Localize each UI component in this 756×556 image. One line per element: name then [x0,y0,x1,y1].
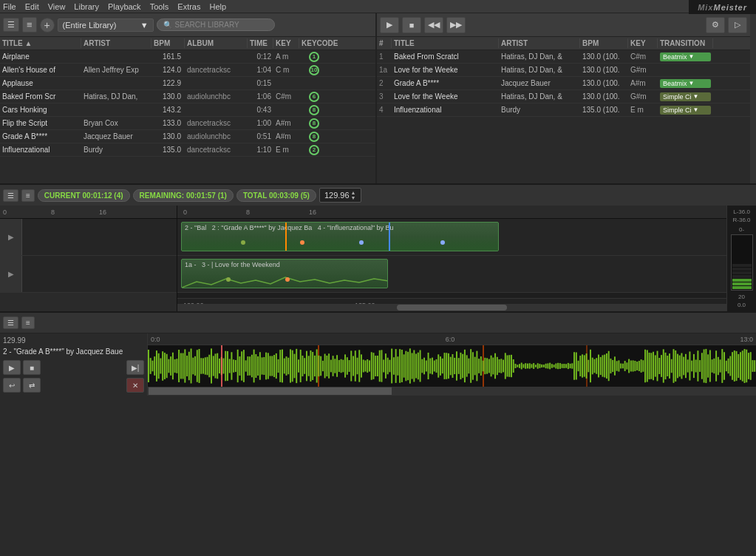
svg-rect-155 [462,354,463,378]
pl-col-header-num[interactable]: # [377,38,392,48]
pl-col-header-artist[interactable]: ARTIST [499,38,580,48]
vu-bar [731,234,753,291]
pl-col-header-key[interactable]: KEY [628,38,658,48]
top-section: + (Entire Library) ▼ 🔍 SEARCH LIBRARY TI… [0,13,756,183]
search-box[interactable]: 🔍 SEARCH LIBRARY [157,18,275,31]
timeline-track-1[interactable]: 2 - "Bal 2 : "Grade A B****" by Jacquez … [177,219,726,256]
pl-cell-transition [658,70,713,71]
library-dropdown[interactable]: (Entire Library) ▼ [58,18,154,32]
library-row[interactable]: Grade A B**** Jacquez Bauer 130.0 audiol… [0,130,375,143]
svg-rect-171 [494,353,496,379]
svg-rect-275 [705,349,706,383]
prev-button[interactable]: ◀◀ [424,17,443,33]
settings-btn[interactable]: ⚙ [706,17,725,33]
pl-col-header-transition[interactable]: TRANSITION [658,38,713,48]
library-row[interactable]: Allen's House of Allen Jeffrey Exp 124.0… [0,64,375,77]
lib-cell-album [185,83,248,84]
bpm-arrows[interactable]: ▲▼ [351,190,356,200]
menu-playback[interactable]: Playback [108,2,141,11]
col-header-title[interactable]: TITLE ▲ [0,38,81,48]
svg-rect-55 [259,352,261,380]
svg-rect-282 [720,359,721,372]
track-1-handle[interactable]: ▶ [0,219,22,255]
vu-label-r: R-36.0 [732,217,750,223]
svg-rect-74 [298,359,299,372]
svg-rect-14 [176,359,177,373]
svg-rect-42 [233,359,234,372]
wf-remove-btn[interactable]: ✕ [126,378,144,393]
col-header-keycode[interactable]: KEYCODE [299,38,329,48]
pl-col-header-title[interactable]: TITLE [392,38,499,48]
menu-tools[interactable]: Tools [150,2,169,11]
waveform-canvas[interactable] [148,345,756,387]
track-block-1[interactable]: 2 - "Bal 2 : "Grade A B****" by Jacquez … [181,222,499,251]
next-button[interactable]: ▶▶ [446,17,466,33]
track-block-1-label: 2 - "Bal 2 : "Grade A B****" by Jacquez … [182,223,498,233]
menu-extras[interactable]: Extras [177,2,200,11]
library-row[interactable]: Baked From Scr Hatiras, DJ Dan, 130.0 au… [0,90,375,104]
library-list-btn[interactable] [3,18,19,32]
svg-rect-27 [202,358,204,373]
svg-rect-147 [446,353,447,379]
svg-rect-200 [554,365,555,367]
playlist-row[interactable]: 3 Love for the Weeke Hatiras, DJ Dan, & … [377,90,750,104]
menu-file[interactable]: File [3,2,16,11]
wf-stop-btn[interactable]: ■ [23,360,41,375]
wf-list2-btn[interactable]: ≡ [21,316,35,329]
timeline-horizontal-scrollbar[interactable] [177,304,726,311]
playlist-row[interactable]: 4 Influenzational Burdy 135.0 (100. E m … [377,104,750,117]
bpm-display[interactable]: 129.96 ▲▼ [319,188,361,203]
timeline-track-2[interactable]: 1a - 3 - | Love for the Weekend [177,256,726,293]
col-header-time[interactable]: TIME [248,38,273,48]
wf-sync-btn[interactable]: ⇄ [23,378,41,393]
wf-play-btn[interactable]: ▶ [3,360,21,375]
library-list2-btn[interactable] [22,17,37,33]
play-button[interactable]: ▶ [380,17,399,33]
lib-cell-album [185,56,248,58]
col-header-bpm[interactable]: BPM [151,38,185,48]
menu-library[interactable]: Library [74,2,99,11]
library-row[interactable]: Influenzational Burdy 135.0 dancetracksc… [0,143,375,157]
wf-loop-btn[interactable]: ↩ [3,378,21,393]
timeline-scroll-thumb[interactable] [397,305,507,311]
expand-icon: ▶ [8,233,14,241]
track-block-2[interactable]: 1a - 3 - | Love for the Weekend [181,259,388,288]
output-btn[interactable]: ▷ [728,17,747,33]
svg-rect-75 [300,350,302,382]
lib-cell-artist: Bryan Cox [81,118,151,128]
waveform-scrollbar[interactable] [148,387,756,396]
playlist-row[interactable]: 2 Grade A B**** Jacquez Bauer 130.0 (100… [377,77,750,90]
wf-forward-btn[interactable]: ▶| [126,360,144,375]
wf-list-btn[interactable]: ☰ [3,316,18,329]
library-row[interactable]: Flip the Script Bryan Cox 133.0 dancetra… [0,117,375,130]
svg-rect-252 [658,358,660,374]
svg-rect-188 [529,363,531,368]
playlist-row[interactable]: 1a Love for the Weeke Hatiras, DJ Dan, &… [377,64,750,77]
library-add-btn[interactable]: + [40,18,55,33]
pl-col-header-bpm[interactable]: BPM [580,38,628,48]
svg-rect-60 [270,356,271,376]
col-header-key[interactable]: KEY [273,38,299,48]
wf-scroll-thumb[interactable] [149,387,392,395]
total-label: TOTAL 00:03:09 (5) [236,189,316,202]
timeline-list2-btn[interactable]: ≡ [21,189,35,202]
stop-button[interactable]: ■ [402,17,421,33]
col-header-album[interactable]: ALBUM [185,38,248,48]
library-row[interactable]: Airplane 161.5 0:12 A m 1 [0,50,375,64]
playlist-scrollbar[interactable] [750,13,756,183]
library-row[interactable]: Applause 122.9 0:15 [0,77,375,90]
playlist-row[interactable]: 1 Baked From Scratcl Hatiras, DJ Dan, & … [377,50,750,64]
menu-help[interactable]: Help [210,2,227,11]
lib-cell-keycode: 8 [299,131,329,143]
svg-rect-152 [456,351,457,380]
menu-view[interactable]: View [48,2,66,11]
waveform-ruler: 0:0 6:0 13:0 [148,333,756,345]
svg-rect-119 [389,360,390,373]
svg-rect-231 [616,361,618,370]
col-header-artist[interactable]: ARTIST [81,38,151,48]
menu-edit[interactable]: Edit [25,2,39,11]
wf-ruler-end: 13:0 [740,336,753,343]
library-row[interactable]: Cars Honking 143.2 0:43 8 [0,104,375,117]
timeline-list-btn[interactable]: ☰ [3,189,18,202]
track-2-handle[interactable]: ▶ [0,256,22,292]
